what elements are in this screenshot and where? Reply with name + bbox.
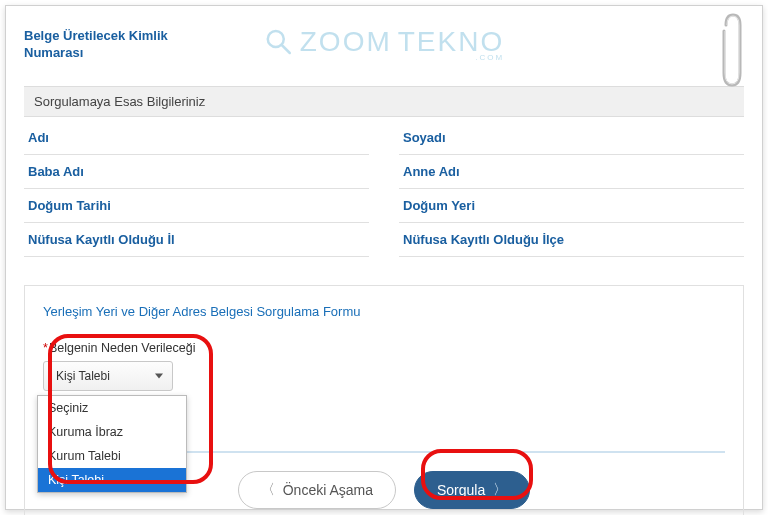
reason-selected-value: Kişi Talebi <box>56 369 110 383</box>
paperclip-icon <box>719 11 747 91</box>
option-seciniz[interactable]: Seçiniz <box>38 396 186 420</box>
chevron-down-icon <box>155 373 163 378</box>
submit-button[interactable]: Sorgula 〉 <box>414 471 530 509</box>
label-dogum-tarihi: Doğum Tarihi <box>24 189 369 223</box>
content-area: Belge Üretilecek Kimlik Numarası Sorgula… <box>6 6 762 515</box>
page-title[interactable]: Belge Üretilecek Kimlik Numarası <box>24 28 204 62</box>
info-grid: Adı Soyadı Baba Adı Anne Adı Doğum Tarih… <box>24 121 744 257</box>
reason-dropdown[interactable]: Kişi Talebi Seçiniz Kuruma İbraz Kurum T… <box>43 361 193 391</box>
page-title-block: Belge Üretilecek Kimlik Numarası <box>24 28 744 62</box>
form-title: Yerleşim Yeri ve Diğer Adres Belgesi Sor… <box>43 304 725 319</box>
label-adi: Adı <box>24 121 369 155</box>
label-dogum-yeri: Doğum Yeri <box>399 189 744 223</box>
reason-dropdown-list: Seçiniz Kuruma İbraz Kurum Talebi Kişi T… <box>37 395 187 493</box>
required-star: * <box>43 341 48 355</box>
reason-label: *Belgenin Neden Verileceği <box>43 341 725 355</box>
label-il: Nüfusa Kayıtlı Olduğu İl <box>24 223 369 257</box>
option-kisi-talebi[interactable]: Kişi Talebi <box>38 468 186 492</box>
chevron-left-icon: 〈 <box>261 481 275 499</box>
previous-step-button[interactable]: 〈 Önceki Aşama <box>238 471 396 509</box>
label-anne-adi: Anne Adı <box>399 155 744 189</box>
label-ilce: Nüfusa Kayıtlı Olduğu İlçe <box>399 223 744 257</box>
option-kuruma-ibraz[interactable]: Kuruma İbraz <box>38 420 186 444</box>
section-header: Sorgulamaya Esas Bilgileriniz <box>24 86 744 117</box>
chevron-right-icon: 〉 <box>493 481 507 499</box>
query-form: Yerleşim Yeri ve Diğer Adres Belgesi Sor… <box>24 285 744 515</box>
page-frame: ZOOM TEKNO .COM Belge Üretilecek Kimlik … <box>5 5 763 510</box>
label-baba-adi: Baba Adı <box>24 155 369 189</box>
reason-dropdown-button[interactable]: Kişi Talebi <box>43 361 173 391</box>
option-kurum-talebi[interactable]: Kurum Talebi <box>38 444 186 468</box>
label-soyadi: Soyadı <box>399 121 744 155</box>
